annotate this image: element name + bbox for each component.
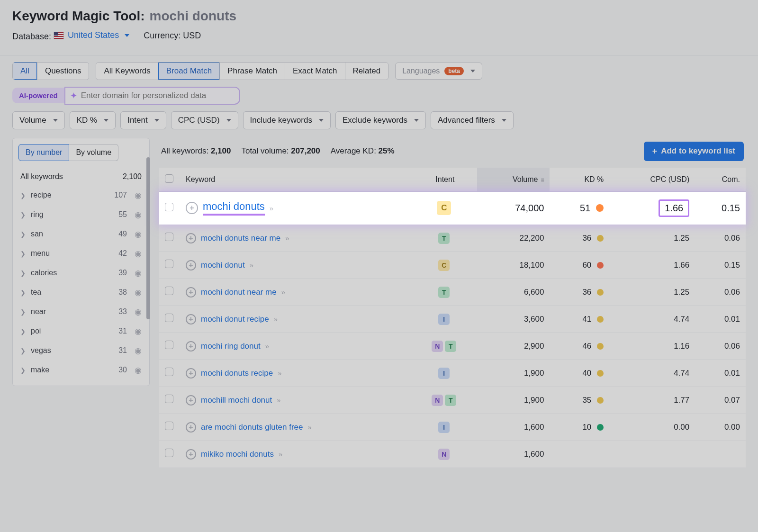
- eye-icon[interactable]: ◉: [135, 346, 142, 356]
- languages-dropdown[interactable]: Languages beta: [395, 63, 482, 80]
- toggle-by-number[interactable]: By number: [18, 144, 69, 161]
- add-keyword-icon[interactable]: +: [186, 260, 196, 271]
- keyword-link[interactable]: mikiko mochi donuts: [201, 450, 274, 459]
- sidebar-item[interactable]: ❯ make 30 ◉: [13, 361, 149, 380]
- sidebar-item-label: vegas: [31, 346, 114, 355]
- eye-icon[interactable]: ◉: [135, 190, 142, 200]
- keyword-link[interactable]: are mochi donuts gluten free: [201, 423, 303, 432]
- chevron-down-icon: [226, 119, 231, 122]
- sidebar-item[interactable]: ❯ ring 55 ◉: [13, 205, 149, 225]
- row-checkbox[interactable]: [165, 341, 173, 349]
- add-keyword-icon[interactable]: +: [186, 395, 196, 406]
- eye-icon[interactable]: ◉: [135, 268, 142, 278]
- add-keyword-icon[interactable]: +: [186, 341, 196, 352]
- chevron-right-icon: ❯: [20, 211, 26, 218]
- ai-input-wrap[interactable]: ✦: [64, 87, 240, 105]
- col-volume[interactable]: Volume≡: [477, 168, 550, 192]
- sidebar-item[interactable]: ❯ recipe 107 ◉: [13, 186, 149, 205]
- cell-cpc: 1.16: [609, 333, 695, 360]
- ai-domain-input[interactable]: [81, 91, 233, 100]
- filter-intent[interactable]: Intent: [120, 111, 166, 129]
- expand-icon[interactable]: »: [307, 423, 311, 431]
- sidebar-header[interactable]: All keywords 2,100: [13, 168, 149, 186]
- add-keyword-icon[interactable]: +: [186, 368, 196, 379]
- eye-icon[interactable]: ◉: [135, 249, 142, 259]
- chevron-down-icon: [414, 119, 419, 122]
- tab-related[interactable]: Related: [345, 63, 388, 80]
- cell-cpc: 4.74: [609, 306, 695, 333]
- keyword-link[interactable]: mochi donut: [201, 261, 245, 270]
- row-checkbox[interactable]: [165, 287, 173, 295]
- expand-icon[interactable]: »: [250, 261, 253, 269]
- expand-icon[interactable]: »: [270, 204, 273, 212]
- col-cpc[interactable]: CPC (USD): [609, 168, 695, 192]
- keyword-link[interactable]: mochill mochi donut: [201, 396, 272, 405]
- keyword-link[interactable]: mochi donut near me: [201, 288, 277, 297]
- eye-icon[interactable]: ◉: [135, 210, 142, 220]
- sidebar-item[interactable]: ❯ tea 38 ◉: [13, 283, 149, 302]
- tab-questions[interactable]: Questions: [37, 63, 89, 80]
- tab-broad-match[interactable]: Broad Match: [158, 63, 219, 80]
- filter-cpc[interactable]: CPC (USD): [171, 111, 238, 129]
- sidebar-scrollbar[interactable]: [146, 157, 150, 319]
- sidebar-item[interactable]: ❯ poi 31 ◉: [13, 322, 149, 341]
- col-keyword[interactable]: Keyword: [180, 168, 413, 192]
- expand-icon[interactable]: »: [274, 315, 278, 323]
- add-keyword-icon[interactable]: +: [186, 314, 196, 325]
- sidebar-item[interactable]: ❯ san 49 ◉: [13, 225, 149, 244]
- row-checkbox[interactable]: [165, 314, 173, 322]
- row-checkbox[interactable]: [165, 233, 173, 241]
- eye-icon[interactable]: ◉: [135, 229, 142, 239]
- row-checkbox[interactable]: [165, 449, 173, 457]
- eye-icon[interactable]: ◉: [135, 288, 142, 298]
- sidebar-item[interactable]: ❯ menu 42 ◉: [13, 244, 149, 263]
- chevron-right-icon: ❯: [20, 347, 26, 354]
- keyword-link[interactable]: mochi donuts recipe: [201, 369, 273, 378]
- expand-icon[interactable]: »: [279, 450, 282, 458]
- eye-icon[interactable]: ◉: [135, 307, 142, 317]
- toggle-by-volume[interactable]: By volume: [69, 144, 118, 161]
- sidebar-item[interactable]: ❯ near 33 ◉: [13, 302, 149, 322]
- tab-all[interactable]: All: [13, 63, 37, 80]
- keyword-link[interactable]: mochi donuts: [203, 200, 265, 216]
- expand-icon[interactable]: »: [278, 369, 281, 377]
- filter-include[interactable]: Include keywords: [243, 111, 331, 129]
- tab-phrase-match[interactable]: Phrase Match: [219, 63, 285, 80]
- tab-all-keywords[interactable]: All Keywords: [96, 63, 158, 80]
- filter-advanced[interactable]: Advanced filters: [431, 111, 514, 129]
- expand-icon[interactable]: »: [277, 396, 280, 404]
- sidebar-item-label: make: [31, 366, 114, 374]
- keyword-link[interactable]: mochi donuts near me: [201, 234, 280, 243]
- keyword-link[interactable]: mochi ring donut: [201, 342, 261, 351]
- add-keyword-icon[interactable]: +: [186, 233, 196, 243]
- row-checkbox[interactable]: [165, 203, 173, 211]
- expand-icon[interactable]: »: [265, 342, 269, 350]
- row-checkbox[interactable]: [165, 422, 173, 430]
- sidebar-item[interactable]: ❯ vegas 31 ◉: [13, 341, 149, 361]
- row-checkbox[interactable]: [165, 368, 173, 376]
- sidebar-item[interactable]: ❯ calories 39 ◉: [13, 263, 149, 283]
- add-keyword-icon[interactable]: +: [186, 449, 196, 460]
- tab-exact-match[interactable]: Exact Match: [285, 63, 345, 80]
- expand-icon[interactable]: »: [281, 288, 285, 296]
- keyword-link[interactable]: mochi donut recipe: [201, 315, 269, 324]
- row-checkbox[interactable]: [165, 260, 173, 268]
- expand-icon[interactable]: »: [285, 234, 289, 242]
- eye-icon[interactable]: ◉: [135, 365, 142, 375]
- select-all-checkbox[interactable]: [165, 174, 173, 183]
- filter-volume[interactable]: Volume: [12, 111, 65, 129]
- col-intent[interactable]: Intent: [413, 168, 477, 192]
- keyword-groups-sidebar: By number By volume All keywords 2,100 ❯…: [12, 138, 150, 386]
- filter-kd[interactable]: KD %: [70, 111, 116, 129]
- add-keyword-icon[interactable]: +: [186, 202, 198, 214]
- eye-icon[interactable]: ◉: [135, 326, 142, 336]
- add-keyword-icon[interactable]: +: [186, 287, 196, 298]
- add-keyword-icon[interactable]: +: [186, 422, 196, 433]
- cell-cpc: 1.77: [609, 387, 695, 414]
- database-selector[interactable]: United States: [54, 30, 129, 40]
- filter-exclude[interactable]: Exclude keywords: [335, 111, 426, 129]
- col-com[interactable]: Com.: [695, 168, 746, 192]
- col-kd[interactable]: KD %: [550, 168, 609, 192]
- row-checkbox[interactable]: [165, 395, 173, 403]
- add-to-keyword-list-button[interactable]: + Add to keyword list: [644, 142, 744, 161]
